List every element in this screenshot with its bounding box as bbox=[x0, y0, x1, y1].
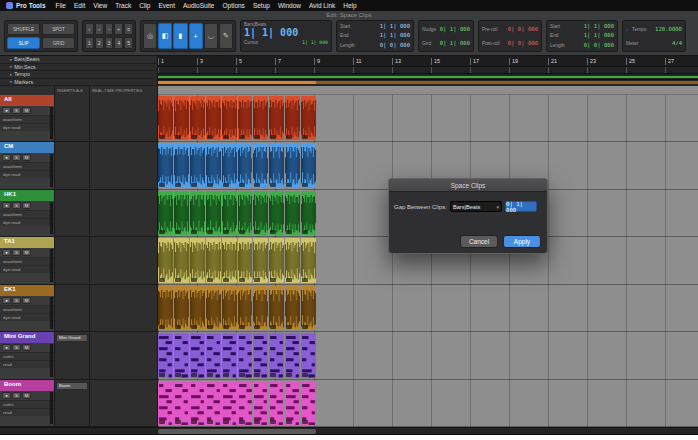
selection-length-value[interactable]: 0| 0| 000 bbox=[380, 42, 410, 49]
clip[interactable] bbox=[158, 96, 173, 140]
waveform-zoom-in-icon[interactable]: + bbox=[114, 23, 123, 35]
track-solo-button[interactable]: S bbox=[12, 202, 21, 209]
trim-tool[interactable]: ◧ bbox=[158, 23, 172, 49]
clip[interactable] bbox=[301, 333, 316, 377]
track-record-button[interactable]: ● bbox=[2, 392, 11, 399]
zoom-preset-2[interactable]: 2 bbox=[95, 37, 104, 49]
clip[interactable] bbox=[301, 191, 316, 235]
clip[interactable] bbox=[158, 143, 173, 187]
track-rtp-cell[interactable] bbox=[90, 332, 158, 379]
track-mute-button[interactable]: M bbox=[22, 297, 31, 304]
zoom-preset-1[interactable]: 1 bbox=[85, 37, 94, 49]
gap-units-dropdown[interactable]: Bars|Beats ▾ bbox=[450, 201, 502, 212]
track-name[interactable]: All bbox=[0, 95, 54, 106]
clip[interactable] bbox=[190, 333, 205, 377]
clip[interactable] bbox=[174, 191, 189, 235]
clip[interactable] bbox=[253, 333, 268, 377]
clip[interactable] bbox=[253, 286, 268, 330]
timeline-rulers[interactable]: 13579111315171921232527 bbox=[158, 56, 698, 86]
track-playlist[interactable] bbox=[158, 380, 698, 427]
menu-audiosuite[interactable]: AudioSuite bbox=[179, 2, 218, 9]
tempo-value[interactable]: 120.0000 bbox=[655, 26, 682, 33]
apply-button[interactable]: Apply bbox=[503, 235, 541, 248]
app-logo[interactable]: Pro Tools bbox=[6, 2, 46, 9]
track-automation-mode[interactable]: read bbox=[0, 408, 54, 416]
track-playlist[interactable] bbox=[158, 95, 698, 142]
clip[interactable] bbox=[301, 143, 316, 187]
menu-event[interactable]: Event bbox=[154, 2, 179, 9]
track-solo-button[interactable]: S bbox=[12, 392, 21, 399]
menu-setup[interactable]: Setup bbox=[249, 2, 274, 9]
clip[interactable] bbox=[190, 381, 205, 425]
clip[interactable] bbox=[301, 381, 316, 425]
track-playlist[interactable] bbox=[158, 285, 698, 332]
track-name[interactable]: Boom bbox=[0, 380, 54, 391]
cancel-button[interactable]: Cancel bbox=[460, 235, 498, 248]
clip[interactable] bbox=[238, 333, 253, 377]
selector-tool[interactable]: ▮ bbox=[173, 23, 187, 49]
track-automation-mode[interactable]: dyn read bbox=[0, 265, 54, 273]
menu-avid-link[interactable]: Avid Link bbox=[305, 2, 339, 9]
track-solo-button[interactable]: S bbox=[12, 297, 21, 304]
clip[interactable] bbox=[253, 238, 268, 282]
track-automation-mode[interactable]: dyn read bbox=[0, 170, 54, 178]
scrubber-tool[interactable]: ◡ bbox=[204, 23, 218, 49]
clip[interactable] bbox=[301, 286, 316, 330]
track-inserts-cell[interactable]: Boom bbox=[55, 380, 90, 427]
track-solo-button[interactable]: S bbox=[12, 249, 21, 256]
clip[interactable] bbox=[269, 238, 284, 282]
clip[interactable] bbox=[222, 333, 237, 377]
track-solo-button[interactable]: S bbox=[12, 344, 21, 351]
clip[interactable] bbox=[301, 238, 316, 282]
main-counter-value[interactable]: 1| 1| 000 bbox=[244, 27, 328, 38]
mode-shuffle-button[interactable]: SHUFFLE bbox=[7, 23, 40, 35]
clip[interactable] bbox=[222, 96, 237, 140]
clip[interactable] bbox=[158, 191, 173, 235]
clip[interactable] bbox=[174, 333, 189, 377]
menu-options[interactable]: Options bbox=[218, 2, 248, 9]
zoomer-tool[interactable]: ◎ bbox=[143, 23, 157, 49]
track-playlist[interactable] bbox=[158, 332, 698, 379]
waveform-zoom-out-icon[interactable]: - bbox=[105, 23, 114, 35]
clip[interactable] bbox=[174, 238, 189, 282]
transport-length-value[interactable]: 0| 0| 000 bbox=[584, 42, 614, 49]
ruler-label-markers[interactable]: ▸Markers bbox=[0, 79, 157, 87]
menu-window[interactable]: Window bbox=[274, 2, 305, 9]
track-view-selector[interactable]: waveform bbox=[0, 257, 54, 265]
clip[interactable] bbox=[206, 333, 221, 377]
clip[interactable] bbox=[190, 238, 205, 282]
track-record-button[interactable]: ● bbox=[2, 344, 11, 351]
track-automation-mode[interactable]: dyn read bbox=[0, 313, 54, 321]
clip[interactable] bbox=[206, 238, 221, 282]
transport-start-value[interactable]: 1| 1| 000 bbox=[584, 23, 614, 30]
ruler-label-bars-beats[interactable]: ▸Bars|Beats bbox=[0, 56, 157, 64]
track-rtp-cell[interactable] bbox=[90, 142, 158, 189]
clip[interactable] bbox=[158, 238, 173, 282]
clip[interactable] bbox=[190, 191, 205, 235]
clip[interactable] bbox=[174, 286, 189, 330]
bottom-scrollbar[interactable] bbox=[0, 427, 698, 434]
track-name[interactable]: CM bbox=[0, 142, 54, 153]
clip[interactable] bbox=[269, 96, 284, 140]
track-inserts-cell[interactable] bbox=[55, 190, 90, 237]
track-record-button[interactable]: ● bbox=[2, 202, 11, 209]
mode-grid-button[interactable]: GRID bbox=[42, 37, 75, 49]
clip[interactable] bbox=[174, 96, 189, 140]
clip[interactable] bbox=[253, 191, 268, 235]
track-name[interactable]: EK1 bbox=[0, 285, 54, 296]
track-automation-mode[interactable]: dyn read bbox=[0, 218, 54, 226]
track-view-selector[interactable]: waveform bbox=[0, 162, 54, 170]
bars-beats-ruler[interactable]: 13579111315171921232527 bbox=[158, 56, 698, 67]
track-rtp-cell[interactable] bbox=[90, 285, 158, 332]
clip[interactable] bbox=[158, 381, 173, 425]
track-inserts-cell[interactable]: Mini Grand bbox=[55, 332, 90, 379]
track-rtp-cell[interactable] bbox=[90, 237, 158, 284]
clip[interactable] bbox=[222, 191, 237, 235]
track-automation-mode[interactable]: read bbox=[0, 360, 54, 368]
menu-clip[interactable]: Clip bbox=[135, 2, 154, 9]
track-name[interactable]: Mini Grand bbox=[0, 332, 54, 343]
clip[interactable] bbox=[206, 96, 221, 140]
clip[interactable] bbox=[222, 286, 237, 330]
clip[interactable] bbox=[238, 191, 253, 235]
clip[interactable] bbox=[269, 191, 284, 235]
